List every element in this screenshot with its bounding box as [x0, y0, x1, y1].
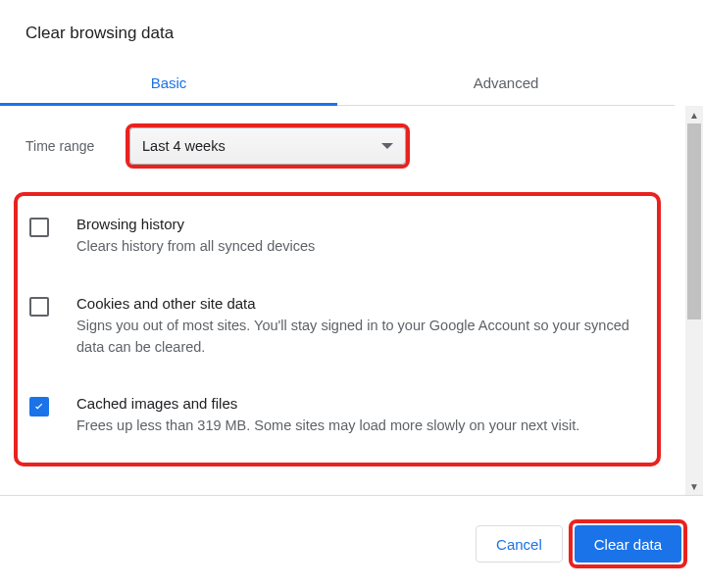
tab-bar: Basic Advanced	[0, 63, 675, 106]
options-block: Browsing history Clears history from all…	[14, 192, 661, 466]
clear-data-button[interactable]: Clear data	[575, 525, 681, 563]
checkbox-cookies[interactable]	[29, 297, 49, 317]
checkbox-browsing-history[interactable]	[29, 218, 49, 237]
option-text: Browsing history Clears history from all…	[76, 216, 315, 258]
time-range-label: Time range	[25, 138, 129, 154]
time-range-select-wrap: Last 4 weeks	[129, 127, 406, 165]
option-text: Cookies and other site data Signs you ou…	[76, 295, 645, 359]
option-title: Cookies and other site data	[76, 295, 645, 312]
tab-basic[interactable]: Basic	[0, 63, 337, 105]
option-desc: Frees up less than 319 MB. Some sites ma…	[76, 416, 579, 437]
time-range-select[interactable]: Last 4 weeks	[129, 127, 406, 165]
option-text: Cached images and files Frees up less th…	[76, 395, 579, 437]
dialog-footer: Cancel Clear data	[0, 500, 703, 588]
clear-data-wrap: Clear data	[575, 525, 681, 563]
scrollbar[interactable]: ▲ ▼	[685, 106, 703, 495]
option-cache: Cached images and files Frees up less th…	[27, 385, 647, 447]
option-desc: Clears history from all synced devices	[76, 236, 315, 258]
chevron-down-icon	[381, 143, 393, 149]
scroll-up-icon[interactable]: ▲	[685, 106, 703, 123]
content-area: Time range Last 4 weeks Browsing history	[0, 106, 703, 496]
checkbox-cache[interactable]	[29, 397, 49, 416]
cancel-button[interactable]: Cancel	[476, 525, 563, 563]
clear-browsing-data-dialog: Clear browsing data Basic Advanced Time …	[0, 0, 703, 588]
option-title: Browsing history	[76, 216, 315, 232]
time-range-row: Time range Last 4 weeks	[0, 106, 675, 174]
scroll-thumb[interactable]	[687, 123, 701, 319]
time-range-value: Last 4 weeks	[142, 138, 226, 154]
scroll-down-icon[interactable]: ▼	[685, 477, 703, 495]
content-scroll: Time range Last 4 weeks Browsing history	[0, 106, 675, 495]
tab-advanced[interactable]: Advanced	[337, 63, 675, 105]
option-title: Cached images and files	[76, 395, 579, 412]
option-desc: Signs you out of most sites. You'll stay…	[76, 316, 645, 359]
dialog-title: Clear browsing data	[0, 0, 703, 55]
option-cookies: Cookies and other site data Signs you ou…	[27, 285, 647, 368]
option-browsing-history: Browsing history Clears history from all…	[27, 206, 647, 268]
